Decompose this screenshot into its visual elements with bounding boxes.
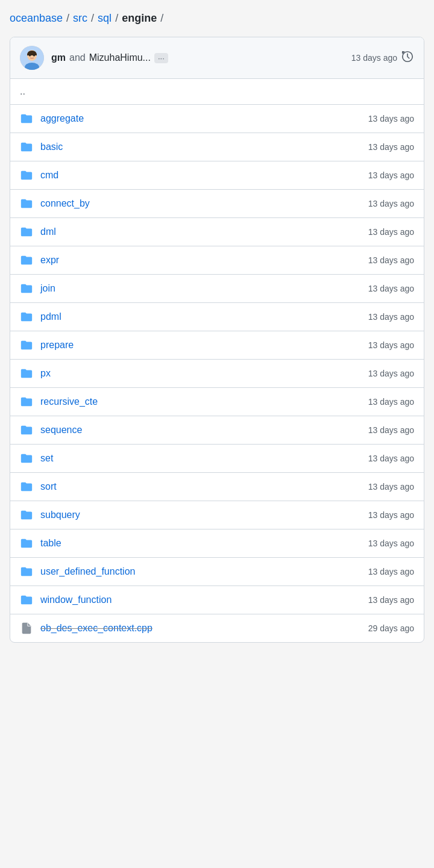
breadcrumb-sep-2: /: [91, 12, 94, 25]
folder-icon: [20, 339, 33, 352]
folder-name: user_defined_function: [40, 566, 361, 577]
file-icon: [20, 622, 33, 635]
commit-author[interactable]: gm: [51, 52, 66, 63]
folder-icon: [20, 452, 33, 465]
folder-time: 13 days ago: [368, 397, 414, 407]
folder-time: 13 days ago: [368, 510, 414, 520]
breadcrumb-trailing: /: [160, 12, 163, 25]
file-name: ob_des_exec_context.cpp: [40, 623, 361, 634]
folder-name: cmd: [40, 170, 361, 181]
breadcrumb-sep-1: /: [66, 12, 69, 25]
folder-icon: [20, 565, 33, 578]
folder-icon: [20, 537, 33, 550]
commit-time-text: 13 days ago: [351, 53, 397, 63]
folder-name: subquery: [40, 510, 361, 520]
folder-icon: [20, 169, 33, 182]
folder-time: 13 days ago: [368, 312, 414, 322]
list-item[interactable]: basic 13 days ago: [10, 133, 424, 161]
commit-co-author[interactable]: MizuhaHimu...: [89, 52, 151, 63]
folder-time: 13 days ago: [368, 425, 414, 435]
commit-info: gm and MizuhaHimu... ···: [51, 52, 344, 63]
breadcrumb-oceanbase[interactable]: oceanbase: [10, 12, 63, 25]
list-item[interactable]: pdml 13 days ago: [10, 303, 424, 331]
folder-icon: [20, 395, 33, 408]
folder-time: 13 days ago: [368, 567, 414, 576]
folder-icon: [20, 225, 33, 239]
list-item[interactable]: cmd 13 days ago: [10, 161, 424, 190]
folder-time: 13 days ago: [368, 142, 414, 152]
breadcrumb-src[interactable]: src: [73, 12, 87, 25]
folder-name: basic: [40, 142, 361, 152]
breadcrumb-sep-3: /: [115, 12, 118, 25]
folder-name: aggregate: [40, 113, 361, 124]
commit-and-text: and: [69, 52, 86, 63]
list-item[interactable]: table 13 days ago: [10, 529, 424, 558]
commit-time: 13 days ago: [351, 50, 414, 66]
folder-icon: [20, 254, 33, 267]
file-time: 29 days ago: [368, 623, 414, 633]
list-item[interactable]: window_function 13 days ago: [10, 586, 424, 614]
parent-directory[interactable]: ..: [10, 79, 424, 105]
folder-name: dml: [40, 226, 361, 237]
folder-icon: [20, 112, 33, 125]
list-item[interactable]: set 13 days ago: [10, 445, 424, 473]
list-item[interactable]: aggregate 13 days ago: [10, 105, 424, 133]
history-icon[interactable]: [401, 50, 414, 66]
folder-name: px: [40, 368, 361, 379]
folder-time: 13 days ago: [368, 284, 414, 293]
folder-icon: [20, 367, 33, 380]
list-item[interactable]: sequence 13 days ago: [10, 416, 424, 445]
folder-time: 13 days ago: [368, 539, 414, 548]
folder-time: 13 days ago: [368, 227, 414, 237]
list-item[interactable]: sort 13 days ago: [10, 473, 424, 501]
avatar-image: [20, 46, 44, 70]
folder-icon: [20, 480, 33, 493]
folder-time: 13 days ago: [368, 482, 414, 492]
list-item[interactable]: connect_by 13 days ago: [10, 190, 424, 218]
breadcrumb-engine: engine: [122, 12, 157, 25]
folder-icon: [20, 593, 33, 607]
folder-name: window_function: [40, 595, 361, 605]
folder-time: 13 days ago: [368, 369, 414, 378]
folder-name: table: [40, 538, 361, 549]
folder-name: join: [40, 283, 361, 294]
folder-name: expr: [40, 255, 361, 266]
svg-point-3: [29, 55, 31, 57]
folder-time: 13 days ago: [368, 595, 414, 605]
folder-name: prepare: [40, 340, 361, 351]
folder-time: 13 days ago: [368, 114, 414, 123]
list-item[interactable]: px 13 days ago: [10, 360, 424, 388]
folder-name: sort: [40, 481, 361, 492]
folder-icon: [20, 310, 33, 323]
folder-name: pdml: [40, 311, 361, 322]
breadcrumb-sql[interactable]: sql: [98, 12, 112, 25]
folder-icon: [20, 140, 33, 154]
list-item[interactable]: expr 13 days ago: [10, 246, 424, 275]
folder-time: 13 days ago: [368, 170, 414, 180]
folder-time: 13 days ago: [368, 454, 414, 463]
list-item[interactable]: join 13 days ago: [10, 275, 424, 303]
svg-point-4: [33, 55, 35, 57]
folder-icon: [20, 508, 33, 522]
repo-container: gm and MizuhaHimu... ··· 13 days ago ..: [10, 37, 424, 643]
list-item[interactable]: user_defined_function 13 days ago: [10, 558, 424, 586]
folder-icon: [20, 197, 33, 210]
commit-header: gm and MizuhaHimu... ··· 13 days ago: [10, 37, 424, 79]
folder-icon: [20, 423, 33, 437]
list-item[interactable]: ob_des_exec_context.cpp 29 days ago: [10, 614, 424, 642]
folder-name: sequence: [40, 425, 361, 436]
folder-time: 13 days ago: [368, 340, 414, 350]
list-item[interactable]: recursive_cte 13 days ago: [10, 388, 424, 416]
list-item[interactable]: prepare 13 days ago: [10, 331, 424, 360]
folder-time: 13 days ago: [368, 199, 414, 208]
commit-more-button[interactable]: ···: [154, 53, 168, 63]
list-item[interactable]: subquery 13 days ago: [10, 501, 424, 529]
folder-time: 13 days ago: [368, 255, 414, 265]
list-item[interactable]: dml 13 days ago: [10, 218, 424, 246]
folder-icon: [20, 282, 33, 295]
folder-name: connect_by: [40, 198, 361, 209]
folder-name: set: [40, 453, 361, 464]
file-list: aggregate 13 days ago basic 13 days ago …: [10, 105, 424, 642]
breadcrumb: oceanbase / src / sql / engine /: [10, 12, 424, 25]
avatar: [20, 46, 44, 70]
